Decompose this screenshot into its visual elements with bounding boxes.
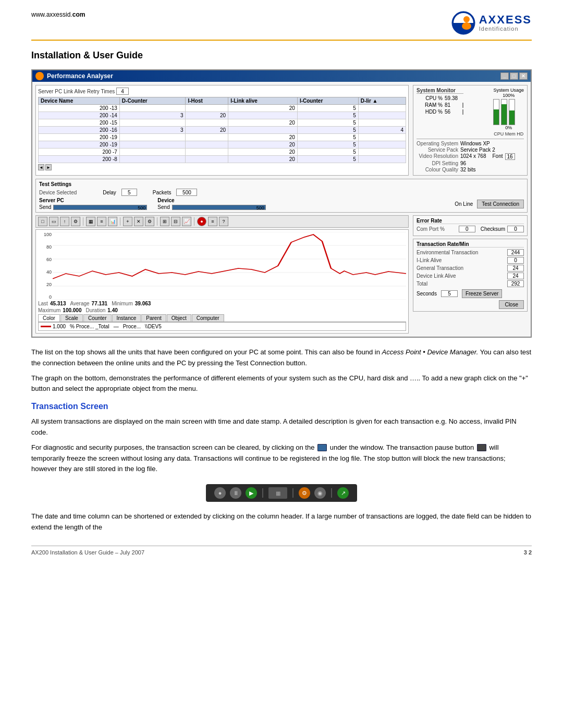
freeze-server-button[interactable]: Freeze Server xyxy=(462,289,502,298)
close-button[interactable]: ✕ xyxy=(519,72,528,80)
tab-scale[interactable]: Scale xyxy=(60,314,83,322)
hdd-val: 56 xyxy=(445,109,460,115)
page-title: Installation & User Guide xyxy=(31,50,532,61)
com-port-input[interactable] xyxy=(459,226,475,232)
toolbar-doc-btn[interactable]: ▭ xyxy=(49,217,58,226)
link-alive-label: Server PC Link Alive Retry Times xyxy=(38,89,115,94)
pa-close-button[interactable]: Close xyxy=(499,300,524,309)
online-label: On Line xyxy=(455,201,473,207)
hdd-label: HDD % xyxy=(417,109,443,115)
cell-4-4: 5 xyxy=(297,134,358,141)
toolbar-plus-btn[interactable]: + xyxy=(123,217,132,226)
toolbar-copy-btn[interactable]: ⊞ xyxy=(160,217,169,226)
toolbar-chart2-btn[interactable]: 📈 xyxy=(182,217,191,226)
seconds-label: Seconds xyxy=(417,291,437,297)
tab-parent[interactable]: Parent xyxy=(141,314,166,322)
toolbar-x-btn[interactable]: ✕ xyxy=(134,217,143,226)
test-connection-button[interactable]: Test Connection xyxy=(477,200,524,208)
pa-window-controls[interactable]: _ □ ✕ xyxy=(500,72,528,80)
toolbar-sep2 xyxy=(120,217,120,226)
para2-prefix: For diagnostic and security purposes, th… xyxy=(31,443,314,451)
online-row: On Line Test Connection xyxy=(455,200,524,208)
toolbar-settings-btn[interactable]: ⚙ xyxy=(145,217,154,226)
tb-btn-5[interactable]: ◉ xyxy=(314,487,326,499)
packets-input[interactable] xyxy=(176,189,197,196)
cell-2-2 xyxy=(186,119,228,127)
os-val: Windows XP xyxy=(460,141,490,146)
maximize-button[interactable]: □ xyxy=(510,72,518,80)
cell-3-4: 5 xyxy=(297,127,358,134)
tab-instance[interactable]: Instance xyxy=(112,314,141,322)
tab-counter[interactable]: Counter xyxy=(83,314,112,322)
cell-4-1 xyxy=(119,134,186,141)
last-label: Last xyxy=(38,301,48,306)
minimize-button[interactable]: _ xyxy=(500,72,509,80)
cell-0-0: 200 -13 xyxy=(39,105,120,112)
toolbar-sep4 xyxy=(194,217,194,226)
tb-btn-3[interactable]: ▶ xyxy=(246,487,257,499)
tb-btn-2[interactable]: ⏸ xyxy=(230,487,241,499)
hd-usage-bar xyxy=(509,110,515,125)
ilink-label: I-Link Alive xyxy=(417,257,505,263)
svg-point-2 xyxy=(462,22,471,30)
toolbar-gear-btn[interactable]: ⚙ xyxy=(71,217,80,226)
performance-analyser-window: Performance Analyser _ □ ✕ Server PC Lin… xyxy=(31,69,532,338)
tb-wide-1[interactable]: ▦ xyxy=(268,487,287,499)
graph-toolbar: □ ▭ ↑ ⚙ ▦ ≡ 📊 + ✕ ⚙ ⊞ ⊟ 📈 xyxy=(35,215,409,228)
tb-btn-6[interactable]: ↗ xyxy=(337,487,349,499)
body-text-1: The list on the top shows all the units … xyxy=(31,347,532,394)
ilink-input[interactable] xyxy=(507,257,524,264)
scroll-arrows[interactable]: ◄ ► xyxy=(38,164,52,170)
tb-btn-1[interactable]: ● xyxy=(214,487,226,499)
toolbar-grid-btn[interactable]: ▦ xyxy=(86,217,95,226)
device-block: Device Send 500 xyxy=(157,198,265,210)
cell-4-5 xyxy=(358,134,406,141)
toolbar-help-btn[interactable]: ? xyxy=(219,217,228,226)
cell-5-5 xyxy=(358,141,406,149)
cell-1-4: 5 xyxy=(297,112,358,119)
test-settings: Test Settings Device Selected Delay Pack… xyxy=(35,179,528,213)
gen-input[interactable] xyxy=(507,265,524,272)
cell-3-3 xyxy=(228,127,298,134)
cell-1-2: 20 xyxy=(186,112,228,119)
os-row: Operating System Windows XP xyxy=(417,141,524,146)
env-row: Environmental Transaction xyxy=(417,249,524,256)
total-input[interactable] xyxy=(507,280,524,287)
cell-1-1: 3 xyxy=(119,112,186,119)
cell-7-0: 200 -8 xyxy=(39,156,120,163)
transaction-section-heading: Transaction Screen xyxy=(31,402,532,411)
ram-row: RAM % 81 xyxy=(417,102,463,108)
graph-stats-2: Maximum 100.000 Duration 1.40 xyxy=(38,307,406,313)
env-input[interactable] xyxy=(507,249,524,256)
tab-computer[interactable]: Computer xyxy=(192,314,224,322)
tab-color[interactable]: Color xyxy=(38,314,60,322)
cell-1-0: 200 -14 xyxy=(39,112,120,119)
toolbar-chart-btn[interactable]: 📊 xyxy=(108,217,117,226)
seconds-input[interactable] xyxy=(441,290,458,297)
tb-btn-4[interactable]: ⚙ xyxy=(299,487,310,499)
table-row: 200 -7205 xyxy=(39,149,406,156)
link-alive-input[interactable] xyxy=(116,88,129,95)
table-row: 200 -8205 xyxy=(39,156,406,163)
toolbar-up-btn[interactable]: ↑ xyxy=(60,217,69,226)
dev-link-input[interactable] xyxy=(507,273,524,279)
toolbar-paste-btn[interactable]: ⊟ xyxy=(171,217,180,226)
com-port-row: Com Port % Checksum xyxy=(417,226,524,232)
toolbar-new-btn[interactable]: □ xyxy=(38,217,47,226)
blue-clear-button-icon xyxy=(317,444,327,451)
mem-usage-bar xyxy=(501,104,507,125)
toolbar-stop-btn[interactable]: ● xyxy=(197,217,206,226)
scroll-left[interactable]: ◄ xyxy=(38,164,44,170)
delay-input[interactable] xyxy=(121,189,137,196)
checksum-input[interactable] xyxy=(507,226,524,232)
table-header-row: Device Name D-Counter I-Host I-Link aliv… xyxy=(39,97,406,105)
cell-2-5 xyxy=(358,119,406,127)
legend-dash: — xyxy=(114,324,119,329)
toolbar-list-btn[interactable]: ≡ xyxy=(97,217,106,226)
res-row: Video Resolution 1024 x 768 Font 16 xyxy=(417,153,524,160)
tab-object[interactable]: Object xyxy=(167,314,191,322)
scroll-right[interactable]: ► xyxy=(45,164,52,170)
toolbar-info-btn[interactable]: ≡ xyxy=(208,217,217,226)
pa-table-area: Server PC Link Alive Retry Times Device … xyxy=(35,85,409,176)
usage-title: System Usage xyxy=(493,88,524,93)
